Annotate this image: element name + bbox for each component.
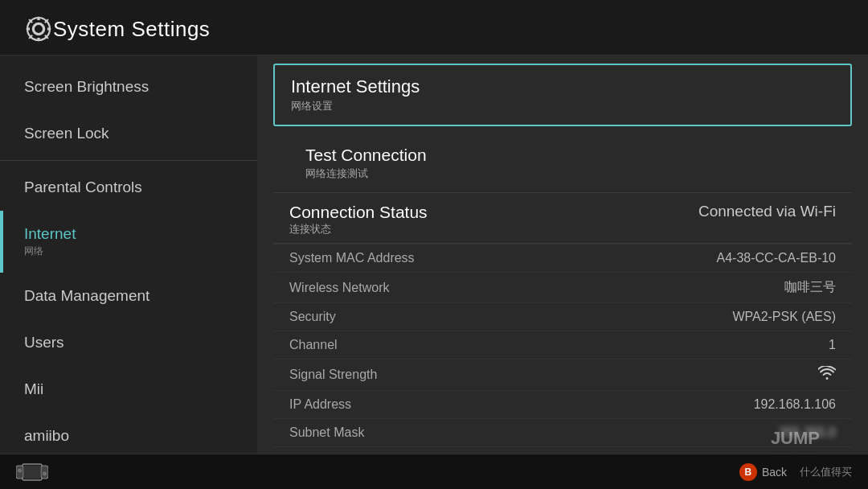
svg-point-7 [18, 469, 22, 472]
page-title: System Settings [53, 17, 210, 42]
svg-point-2 [34, 24, 43, 34]
sidebar-item-screen-brightness[interactable]: Screen Brightness [0, 64, 257, 110]
sidebar: Screen Brightness Screen Lock Parental C… [0, 55, 257, 487]
console-icon [16, 461, 48, 483]
signal-strength-row: Signal Strength [273, 359, 852, 390]
ip-address-row: IP Address 192.168.1.106 [273, 390, 852, 418]
mac-address-row: System MAC Address A4-38-CC-CA-EB-10 [273, 244, 852, 272]
content-area: Internet Settings 网络设置 Test Connection 网… [257, 55, 868, 487]
svg-rect-6 [24, 465, 41, 479]
svg-point-1 [27, 18, 50, 40]
main-layout: Screen Brightness Screen Lock Parental C… [0, 55, 868, 487]
footer-brand: 什么值得买 [800, 465, 852, 479]
subnet-mask-row: Subnet Mask 255.255.0 [273, 418, 852, 446]
wireless-network-row: Wireless Network 咖啡三号 [273, 272, 852, 302]
header: System Settings [0, 0, 868, 55]
test-connection-item[interactable]: Test Connection 网络连接测试 [273, 134, 852, 193]
channel-row: Channel 1 [273, 331, 852, 359]
sidebar-item-mii[interactable]: Mii [0, 366, 257, 413]
footer-right: B Back 什么值得买 [739, 463, 852, 481]
internet-settings-item[interactable]: Internet Settings 网络设置 [273, 64, 852, 126]
gear-icon [24, 14, 53, 43]
sidebar-item-screen-lock[interactable]: Screen Lock [0, 110, 257, 157]
sidebar-item-amiibo[interactable]: amiibo [0, 413, 257, 459]
sidebar-divider-1 [0, 160, 257, 161]
back-label: Back [762, 466, 787, 479]
footer-bar: B Back 什么值得买 [0, 454, 868, 489]
detail-rows: System MAC Address A4-38-CC-CA-EB-10 Wir… [273, 244, 852, 451]
sidebar-item-data-management[interactable]: Data Management [0, 273, 257, 319]
connection-status-header: Connection Status 连接状态 Connected via Wi-… [273, 193, 852, 244]
gateway-row: Gateway 192.168.1.1 [273, 446, 852, 451]
security-row: Security WPA2-PSK (AES) [273, 302, 852, 331]
footer-left [16, 461, 48, 483]
sidebar-item-internet[interactable]: Internet 网络 [0, 211, 257, 273]
svg-point-8 [43, 472, 47, 475]
b-button-badge: B [739, 463, 757, 481]
content-inner: Internet Settings 网络设置 Test Connection 网… [257, 55, 868, 451]
sidebar-item-parental-controls[interactable]: Parental Controls [0, 164, 257, 211]
wifi-icon [818, 366, 836, 384]
sidebar-item-users[interactable]: Users [0, 319, 257, 366]
